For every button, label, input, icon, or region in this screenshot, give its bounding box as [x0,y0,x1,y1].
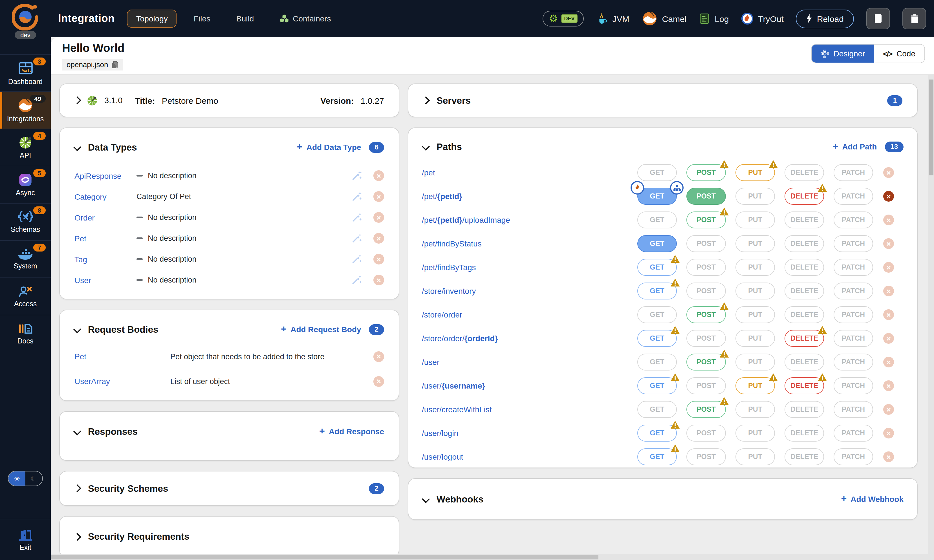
method-chip-get[interactable]: GET [637,377,677,394]
method-chip-patch[interactable]: PATCH [834,448,873,465]
delete-path-icon[interactable]: ✕ [883,262,894,273]
method-chip-put[interactable]: PUT [736,306,775,323]
method-chip-patch[interactable]: PATCH [834,211,873,228]
sidebar-item-schemas[interactable]: 8Schemas [0,203,51,240]
method-chip-post[interactable]: POST [686,354,726,371]
method-chip-post[interactable]: POST [686,259,726,276]
method-chip-get[interactable]: GET [637,306,677,323]
method-chip-patch[interactable]: PATCH [834,377,873,394]
method-chip-get[interactable]: GET [637,448,677,465]
method-chip-delete[interactable]: DELETE [785,401,824,418]
delete-data-type-icon[interactable]: ✕ [373,233,384,244]
sidebar-item-integrations[interactable]: 49Integrations [0,91,51,129]
chevron-right-icon[interactable] [73,97,81,104]
method-chip-put[interactable]: PUT [736,448,775,465]
method-chip-delete[interactable]: DELETE [785,330,824,347]
request-body-name-link[interactable]: Pet [74,352,170,361]
method-chip-patch[interactable]: PATCH [834,235,873,252]
method-chip-patch[interactable]: PATCH [834,259,873,276]
path-link[interactable]: /user/createWithList [422,405,492,414]
method-chip-put[interactable]: PUT [736,425,775,442]
reload-button[interactable]: Reload [796,9,854,28]
navbar-link-jvm[interactable]: JVM [596,13,629,25]
delete-path-icon[interactable]: ✕ [883,404,894,415]
method-chip-delete[interactable]: DELETE [785,259,824,276]
tab-build[interactable]: Build [227,9,263,28]
sidebar-item-system[interactable]: 7System [0,240,51,277]
app-logo[interactable]: dev [0,0,51,54]
navbar-link-camel[interactable]: Camel [642,11,687,26]
filename-chip[interactable]: openapi.json [62,58,123,71]
data-type-name-link[interactable]: Order [74,213,137,222]
method-chip-delete[interactable]: DELETE [785,377,824,394]
designer-button[interactable]: Designer [811,45,874,63]
method-chip-post[interactable]: POST [686,306,726,323]
method-chip-post[interactable]: POST [686,283,726,300]
delete-path-icon[interactable]: ✕ [883,380,894,391]
method-chip-post[interactable]: POST [686,401,726,418]
add-response-button[interactable]: +Add Response [319,426,384,437]
tab-containers[interactable]: Containers [271,9,340,28]
method-chip-get[interactable]: GET [637,425,677,442]
delete-data-type-icon[interactable]: ✕ [373,275,384,285]
method-chip-get[interactable]: GET [637,235,677,252]
add-data-type-button[interactable]: +Add Data Type [297,142,361,153]
generate-wand-icon[interactable] [351,170,362,181]
method-chip-put[interactable]: PUT [736,377,775,394]
chevron-down-icon[interactable] [73,325,81,333]
chevron-down-icon[interactable] [422,143,430,151]
method-chip-put[interactable]: PUT [736,188,775,205]
method-chip-delete[interactable]: DELETE [785,283,824,300]
method-chip-patch[interactable]: PATCH [834,164,873,181]
method-chip-post[interactable]: POST [686,377,726,394]
generate-wand-icon[interactable] [351,191,362,202]
method-chip-delete[interactable]: DELETE [785,164,824,181]
chevron-right-icon[interactable] [73,485,81,492]
method-chip-put[interactable]: PUT [736,401,775,418]
method-chip-patch[interactable]: PATCH [834,425,873,442]
generate-wand-icon[interactable] [351,233,362,244]
data-type-name-link[interactable]: ApiResponse [74,171,137,180]
method-chip-delete[interactable]: DELETE [785,235,824,252]
generate-wand-icon[interactable] [351,254,362,265]
path-link[interactable]: /user/logout [422,452,463,461]
method-chip-get[interactable]: GET [637,211,677,228]
vertical-scrollbar-thumb[interactable] [929,80,934,175]
method-chip-delete[interactable]: DELETE [785,448,824,465]
delete-path-icon[interactable]: ✕ [883,286,894,296]
method-chip-patch[interactable]: PATCH [834,354,873,371]
chevron-down-icon[interactable] [422,495,430,503]
method-chip-get[interactable]: GET [637,259,677,276]
horizontal-scrollbar-thumb[interactable] [51,555,599,560]
add-path-button[interactable]: +Add Path [833,141,877,152]
method-chip-put[interactable]: PUT [736,235,775,252]
data-type-name-link[interactable]: Pet [74,234,137,243]
delete-path-icon[interactable]: ✕ [883,215,894,225]
delete-request-body-icon[interactable]: ✕ [373,376,384,386]
method-chip-post[interactable]: POST [686,330,726,347]
method-chip-post[interactable]: POST [686,164,726,181]
environment-pill[interactable]: ⚙ DEV [543,11,583,26]
path-link[interactable]: /user/login [422,429,458,438]
sidebar-item-exit[interactable]: Exit [0,519,51,560]
chevron-down-icon[interactable] [73,143,81,151]
delete-path-icon[interactable]: ✕ [883,333,894,344]
method-chip-patch[interactable]: PATCH [834,306,873,323]
chevron-right-icon[interactable] [73,533,81,540]
method-chip-get[interactable]: GET [637,283,677,300]
path-link[interactable]: /pet/findByTags [422,263,476,272]
method-chip-get[interactable]: GET [637,401,677,418]
method-chip-post[interactable]: POST [686,211,726,228]
data-type-name-link[interactable]: User [74,275,137,285]
method-chip-post[interactable]: POST [686,188,726,205]
path-link[interactable]: /store/order [422,310,462,319]
method-chip-put[interactable]: PUT [736,164,775,181]
path-link[interactable]: /user/{username} [422,381,485,390]
method-chip-patch[interactable]: PATCH [834,188,873,205]
delete-path-icon[interactable]: ✕ [883,167,894,178]
stop-button[interactable] [866,8,890,29]
copy-icon[interactable] [111,61,118,69]
sidebar-item-docs[interactable]: Docs [0,315,51,352]
sidebar-item-dashboard[interactable]: 3Dashboard [0,54,51,91]
generate-wand-icon[interactable] [351,275,362,285]
